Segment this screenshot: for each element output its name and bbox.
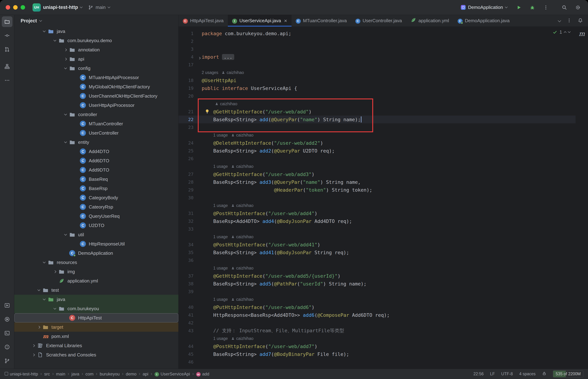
- chevron-down-icon[interactable]: [53, 39, 56, 41]
- tree-item-config[interactable]: config: [14, 64, 178, 73]
- tab-UserController.java[interactable]: CUserController.java: [351, 15, 406, 27]
- line-number[interactable]: 45: [179, 352, 202, 357]
- code-text[interactable]: @GetHttpInterface("/user-web/add"): [202, 109, 312, 114]
- more-actions-button[interactable]: [542, 3, 550, 12]
- services-tool-button[interactable]: [2, 300, 13, 311]
- tree-item-annotation[interactable]: annotation: [14, 45, 178, 54]
- tab-application.yml[interactable]: application.yml: [406, 15, 453, 27]
- usages-hint[interactable]: 1 usage: [213, 266, 228, 270]
- tab-DemoApplication.java[interactable]: CDemoApplication.java: [453, 15, 514, 27]
- line-number[interactable]: 21: [179, 109, 202, 114]
- inlay-hint[interactable]: caizhihao: [202, 101, 237, 106]
- inlay-hint[interactable]: 1 usagecaizhihao: [202, 133, 253, 138]
- tree-item-util[interactable]: util: [14, 230, 178, 239]
- code-text[interactable]: public interface UserServiceApi {: [202, 85, 297, 91]
- code-text[interactable]: @UserHttpApi: [202, 78, 236, 83]
- author-hint[interactable]: caizhihao: [236, 133, 253, 138]
- tree-item-CateoryRsp[interactable]: CCateoryRsp: [14, 202, 178, 212]
- inlay-hint[interactable]: 1 usagecaizhihao: [202, 266, 253, 270]
- line-number[interactable]: 43: [179, 328, 202, 333]
- code-text[interactable]: BaseRsp<String> add3(@QueryPar("name") S…: [202, 179, 361, 185]
- line-number[interactable]: 41: [179, 313, 202, 318]
- inlay-hint[interactable]: 1 usagecaizhihao: [202, 203, 253, 208]
- line-number[interactable]: 36: [179, 258, 202, 263]
- line-number[interactable]: 38: [179, 281, 202, 286]
- chevron-down-icon[interactable]: [568, 30, 571, 33]
- problems-tool-button[interactable]: [2, 342, 13, 352]
- more-tools-button[interactable]: [2, 75, 13, 86]
- tree-item-Add9DTO[interactable]: CAdd9DTO: [14, 165, 178, 174]
- line-number[interactable]: 3: [179, 47, 202, 52]
- line-number[interactable]: 26: [179, 156, 202, 161]
- line-number[interactable]: 1: [179, 31, 202, 36]
- chevron-down-icon[interactable]: [37, 288, 40, 291]
- chevron-right-icon[interactable]: [53, 270, 56, 273]
- line-number[interactable]: 28: [179, 180, 202, 185]
- line-number[interactable]: 42: [179, 320, 202, 326]
- tab-list-button[interactable]: [558, 19, 561, 22]
- code-line-39[interactable]: 39: [179, 288, 575, 296]
- line-number[interactable]: 30: [179, 195, 202, 200]
- chevron-right-icon[interactable]: [32, 344, 35, 347]
- chevron-down-icon[interactable]: [43, 29, 46, 32]
- tree-item-BaseRsp[interactable]: CBaseRsp: [14, 184, 178, 193]
- code-line-27[interactable]: 27 @GetHttpInterface("/user-web/add3"): [179, 170, 575, 178]
- usages-hint[interactable]: 1 usage: [213, 164, 228, 169]
- code-text[interactable]: @HeaderPar("token") String token);: [202, 187, 372, 193]
- line-number[interactable]: 46: [179, 360, 202, 364]
- tree-item-api[interactable]: api: [14, 54, 178, 64]
- tree-item-UserHttpApiProcessor[interactable]: CUserHttpApiProcessor: [14, 101, 178, 110]
- code-text[interactable]: @PostHttpInterface("/user-web/add7"): [202, 344, 317, 349]
- line-number[interactable]: 27: [179, 172, 202, 177]
- write-access-lock[interactable]: [542, 371, 547, 377]
- author-hint[interactable]: caizhihao: [236, 336, 253, 341]
- code-line-46[interactable]: 46: [179, 358, 575, 366]
- code-line-23[interactable]: 23: [179, 123, 575, 131]
- tree-item-test[interactable]: test: [14, 285, 178, 295]
- code-line-2[interactable]: 2: [179, 37, 575, 45]
- run-tool-button[interactable]: [2, 314, 13, 325]
- code-text[interactable]: BaseRsp<String> add5(@PathPar("userId") …: [202, 281, 367, 286]
- code-line-22[interactable]: 22 BaseRsp<String> add(@QueryPar("name")…: [179, 116, 575, 123]
- chevron-down-icon[interactable]: [43, 260, 46, 263]
- run-configuration-widget[interactable]: DemoApplication: [459, 3, 509, 11]
- code-line-30[interactable]: 30: [179, 194, 575, 202]
- code-text[interactable]: HttpResponse<BaseRsp<Add4DTO>> add6(@Com…: [202, 312, 390, 318]
- code-text[interactable]: BaseRsp<String> add(@QueryPar("name") St…: [202, 117, 361, 122]
- chevron-down-icon[interactable]: [53, 307, 56, 310]
- line-number[interactable]: 23: [179, 125, 202, 130]
- tree-item-resources[interactable]: resources: [14, 258, 178, 267]
- line-number[interactable]: 25: [179, 148, 202, 153]
- tree-item-com.burukeyou[interactable]: com.burukeyou: [14, 304, 178, 313]
- code-line-31[interactable]: 31 @PostHttpInterface("/user-web/add4"): [179, 209, 575, 217]
- breadcrumb-add[interactable]: madd: [196, 371, 209, 377]
- code-line-43[interactable]: 43 // 支持： InputStream、File、MultipartFile…: [179, 327, 575, 334]
- fold-marker-icon[interactable]: [198, 57, 201, 59]
- tree-item-QueryUserReq[interactable]: CQueryUserReq: [14, 212, 178, 221]
- tree-item-External Libraries[interactable]: External Libraries: [14, 341, 178, 350]
- code-text[interactable]: BaseRsp<String> add7(@BodyBinaryPar File…: [202, 351, 349, 357]
- code-line-4[interactable]: 4import ...: [179, 53, 575, 61]
- code-line-34[interactable]: 34 @PostHttpInterface("/user-web/add41"): [179, 241, 575, 249]
- code-text[interactable]: @DeleteHttpInterface("/user-web/add2"): [202, 140, 323, 146]
- tab-options-button[interactable]: [567, 18, 572, 24]
- line-number[interactable]: 39: [179, 289, 202, 294]
- code-line-21[interactable]: 21 @GetHttpInterface("/user-web/add"): [179, 108, 575, 116]
- code-line-32[interactable]: 32 BaseRsp<Add4DTO> add4(@BodyJsonPar Ad…: [179, 217, 575, 225]
- tree-item-DemoApplication[interactable]: CDemoApplication: [14, 249, 178, 258]
- notifications-button[interactable]: [578, 18, 583, 24]
- chevron-right-icon[interactable]: [64, 48, 67, 51]
- code-line-37[interactable]: 37 @GetHttpInterface("/user-web/add5/{us…: [179, 272, 575, 280]
- chevron-right-icon[interactable]: [32, 353, 35, 356]
- breadcrumb-UserServiceApi[interactable]: IUserServiceApi: [155, 371, 190, 377]
- lightbulb-icon[interactable]: [205, 109, 210, 114]
- tree-item-MyGlobalOkHttpClientFactory[interactable]: CMyGlobalOkHttpClientFactory: [14, 82, 178, 91]
- intention-bulb-icon[interactable]: [205, 109, 210, 115]
- tree-item-CategoryBody[interactable]: CCategoryBody: [14, 193, 178, 202]
- tree-item-UserChannelOkHttpClientFactory[interactable]: CUserChannelOkHttpClientFactory: [14, 91, 178, 101]
- tree-item-java[interactable]: java: [14, 27, 178, 36]
- zoom-window-button[interactable]: [21, 5, 25, 10]
- code-line-28[interactable]: 28 BaseRsp<String> add3(@QueryPar("name"…: [179, 178, 575, 186]
- chevron-right-icon[interactable]: [64, 58, 67, 61]
- usages-hint[interactable]: 1 usage: [213, 203, 228, 208]
